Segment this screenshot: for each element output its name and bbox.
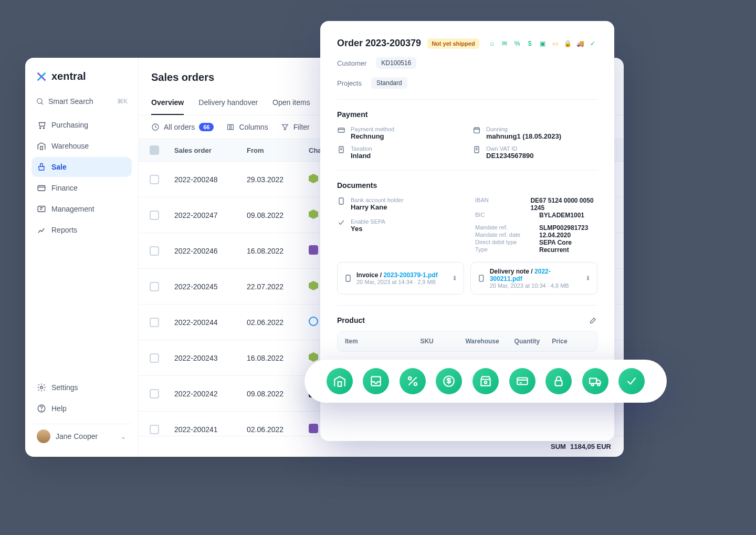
- payment-grid: Payment methodRechnung Dunningmahnung1 (…: [337, 126, 597, 160]
- all-orders-chip[interactable]: All orders 66: [151, 123, 214, 131]
- user-menu[interactable]: Jane Cooper ⌄: [32, 424, 132, 448]
- row-checkbox[interactable]: [150, 246, 159, 256]
- product-table-header: Item SKU Warehouse Quantity Price: [337, 331, 597, 352]
- th-from[interactable]: From: [243, 140, 304, 161]
- sidebar-item-warehouse[interactable]: Warehouse: [32, 136, 132, 156]
- cell-order: 2022-200246: [170, 240, 243, 261]
- sidebar-item-reports[interactable]: Reports: [32, 220, 132, 240]
- cart-icon: [37, 120, 46, 130]
- help-icon: [37, 404, 46, 413]
- cell-order: 2022-200242: [170, 383, 243, 404]
- document-icon: [472, 145, 481, 154]
- cell-order: 2022-200243: [170, 348, 243, 369]
- row-checkbox[interactable]: [150, 211, 159, 220]
- download-icon[interactable]: ⬇: [585, 275, 591, 282]
- select-all-checkbox[interactable]: [150, 145, 159, 155]
- check-action[interactable]: [618, 368, 645, 394]
- svg-point-0: [37, 99, 42, 103]
- truck-status-icon: 🚚: [575, 39, 585, 48]
- filter-button[interactable]: Filter: [281, 123, 310, 131]
- tab-delivery-handover[interactable]: Delivery handover: [198, 91, 258, 115]
- warehouse-action[interactable]: [327, 368, 353, 394]
- brand-name: xentral: [51, 70, 86, 82]
- warehouse-icon: [37, 141, 46, 151]
- smart-search-shortcut: ⌘K: [117, 98, 128, 105]
- sepa-field: Enable SEPAYes: [337, 218, 459, 233]
- search-icon: [36, 97, 44, 106]
- svg-point-22: [414, 383, 416, 385]
- payment-section-title: Payment: [337, 110, 597, 119]
- truck-action[interactable]: [582, 368, 608, 394]
- invoice-file[interactable]: Invoice / 2023-200379-1.pdf 20 Mar, 2023…: [337, 262, 464, 295]
- tab-open-items[interactable]: Open items: [272, 91, 310, 115]
- customer-id-tag[interactable]: KD100516: [376, 57, 416, 69]
- customer-row: Customer KD100516: [337, 49, 597, 69]
- type-kv: TypeRecurrent: [475, 246, 597, 254]
- svg-rect-4: [38, 186, 45, 191]
- sidebar-settings-label: Settings: [51, 383, 78, 392]
- sum-value: 1184,05 EUR: [570, 443, 611, 450]
- project-tag[interactable]: Standard: [371, 77, 407, 89]
- sidebar-item-label: Reports: [51, 226, 77, 234]
- sidebar-item-label: Finance: [51, 184, 78, 192]
- row-checkbox[interactable]: [150, 353, 159, 363]
- edit-icon[interactable]: [589, 316, 597, 324]
- svg-point-24: [485, 381, 487, 383]
- sidebar-item-label: Purchasing: [51, 121, 88, 129]
- sidebar-item-management[interactable]: Management: [32, 199, 132, 219]
- svg-point-28: [591, 383, 593, 385]
- sidebar-item-settings[interactable]: Settings: [32, 377, 132, 397]
- percent-action[interactable]: [400, 368, 426, 394]
- store-action[interactable]: [472, 368, 499, 394]
- smart-search[interactable]: Smart Search ⌘K: [32, 93, 132, 110]
- warehouse-status-icon: ⌂: [487, 39, 497, 48]
- cell-order: 2022-200241: [170, 419, 243, 436]
- shopify-icon: [309, 352, 318, 362]
- delivery-note-file[interactable]: Delivery note / 2022-300211.pdf 20 Mar, …: [470, 262, 597, 295]
- row-checkbox[interactable]: [150, 389, 159, 398]
- cell-from: 16.08.2022: [243, 348, 304, 369]
- shopify-icon: [309, 209, 318, 219]
- cell-order: 2022-200244: [170, 312, 243, 333]
- sidebar-item-help[interactable]: Help: [32, 398, 132, 418]
- lock-action[interactable]: [545, 368, 572, 394]
- dollar-action[interactable]: [436, 368, 462, 394]
- row-checkbox[interactable]: [150, 425, 159, 434]
- th-sku: SKU: [420, 338, 465, 345]
- row-checkbox[interactable]: [150, 282, 159, 291]
- sidebar-help-label: Help: [51, 404, 67, 413]
- check-icon: [337, 218, 345, 227]
- documents-section-title: Documents: [337, 181, 597, 190]
- tab-overview[interactable]: Overview: [151, 91, 184, 115]
- row-checkbox[interactable]: [150, 318, 159, 327]
- cell-order: 2022-200248: [170, 169, 243, 190]
- percent-status-icon: %: [512, 39, 522, 48]
- calendar-icon: [472, 126, 481, 134]
- documents-grid: Bank account holderHarry Kane Enable SEP…: [337, 197, 597, 254]
- management-icon: [37, 204, 46, 214]
- check-status-icon: ✓: [588, 39, 597, 48]
- svg-rect-25: [517, 378, 528, 385]
- inbox-status-icon: ✉: [500, 39, 509, 48]
- sidebar-item-finance[interactable]: Finance: [32, 178, 132, 198]
- th-sales-order[interactable]: Sales order: [170, 140, 243, 161]
- columns-button[interactable]: Columns: [226, 123, 268, 131]
- sidebar-item-sale[interactable]: Sale: [32, 157, 132, 177]
- chevron-down-icon: ⌄: [120, 432, 127, 440]
- file-chips: Invoice / 2023-200379-1.pdf 20 Mar, 2023…: [337, 262, 597, 295]
- cell-order: 2022-200245: [170, 276, 243, 297]
- download-icon[interactable]: ⬇: [452, 275, 457, 282]
- th-quantity: Quantity: [514, 338, 552, 345]
- document-icon: [337, 145, 345, 154]
- inbox-action[interactable]: [363, 368, 389, 394]
- detail-status-icons: ⌂ ✉ % $ ▣ ▭ 🔒 🚚 ✓: [487, 39, 597, 48]
- svg-rect-27: [590, 379, 596, 384]
- user-name: Jane Cooper: [56, 432, 98, 440]
- card-action[interactable]: [509, 368, 536, 394]
- bank-holder-field: Bank account holderHarry Kane: [337, 197, 459, 211]
- sidebar: xentral Smart Search ⌘K Purchasing Wareh…: [25, 58, 139, 457]
- shopware-icon: [309, 317, 318, 326]
- sidebar-item-purchasing[interactable]: Purchasing: [32, 115, 132, 135]
- row-checkbox[interactable]: [150, 175, 159, 184]
- cell-order: 2022-200247: [170, 205, 243, 226]
